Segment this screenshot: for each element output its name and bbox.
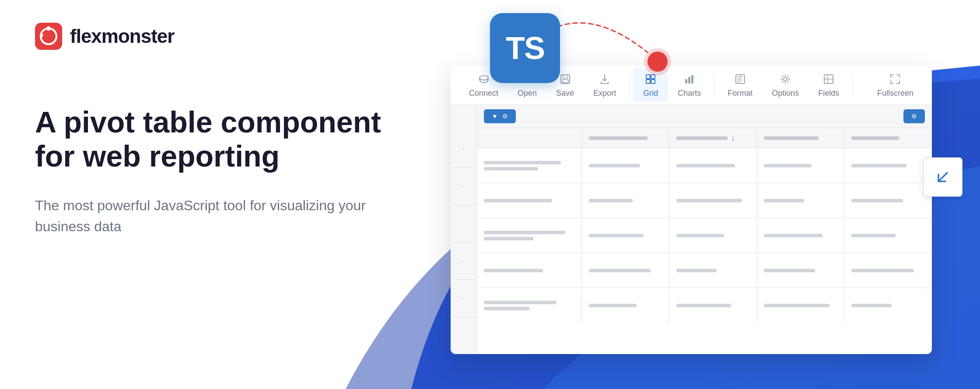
format-label: Format [728, 89, 752, 98]
fields-label: Fields [818, 89, 839, 98]
svg-rect-17 [736, 75, 745, 83]
fields-icon [822, 72, 836, 86]
hero-title-line1: A pivot table component [35, 105, 381, 139]
fullscreen-icon [888, 72, 902, 86]
col-settings-icon: ⚙ [911, 113, 917, 120]
toolbar-charts-button[interactable]: Charts [668, 68, 710, 102]
toolbar-fields-button[interactable]: Fields [808, 68, 849, 102]
header-cell-1 [582, 128, 669, 148]
settings-icon: ⚙ [502, 113, 508, 120]
header-cell-2: ↓ [669, 128, 757, 148]
pivot-content: · · · · · · ▼ ⚙ [451, 105, 932, 354]
format-icon [733, 72, 747, 86]
ts-badge-text: TS [506, 30, 544, 66]
data-row-2 [477, 183, 932, 218]
corner-arrow-icon[interactable] [923, 157, 962, 197]
data-row-5 [477, 288, 932, 323]
charts-icon [682, 72, 696, 86]
logo-text: flexmonster [70, 25, 174, 47]
data-row-1 [477, 148, 932, 183]
hero-subtitle: The most powerful JavaScript tool for vi… [35, 195, 381, 237]
red-dot-indicator [648, 52, 668, 72]
connect-icon [477, 72, 491, 86]
options-icon [778, 72, 792, 86]
svg-rect-14 [685, 79, 687, 83]
svg-point-18 [784, 77, 787, 81]
pivot-sidebar: · · · · · · [451, 105, 477, 354]
row-filter-chip[interactable]: ▼ ⚙ [484, 109, 516, 123]
hero-subtitle-line1: The most powerful JavaScript tool for vi… [35, 198, 366, 213]
svg-rect-15 [688, 77, 690, 83]
toolbar-format-button[interactable]: Format [718, 68, 762, 102]
svg-point-4 [480, 76, 488, 80]
filter-icon: ▼ [492, 113, 498, 120]
toolbar-divider-3 [852, 74, 853, 96]
svg-rect-16 [691, 75, 693, 83]
toolbar-fullscreen-button[interactable]: Fullscreen [868, 68, 923, 102]
hero-section: A pivot table component for web reportin… [35, 105, 381, 237]
mockup-area: TS Connect [402, 0, 980, 389]
fullscreen-label: Fullscreen [877, 89, 914, 98]
data-row-4 [477, 253, 932, 288]
typescript-badge: TS [490, 13, 560, 83]
logo-icon [35, 23, 62, 50]
header-cell-3 [757, 128, 844, 148]
toolbar-options-button[interactable]: Options [762, 68, 808, 102]
toolbar-divider-2 [714, 74, 714, 96]
charts-label: Charts [678, 89, 701, 98]
header-cell-0 [477, 128, 582, 148]
header-cell-4 [844, 128, 932, 148]
options-label: Options [772, 89, 799, 98]
pivot-table-panel: Connect Open [451, 66, 932, 354]
data-grid: ↓ [477, 128, 932, 354]
pivot-grid: ▼ ⚙ ⚙ [477, 105, 932, 354]
sort-arrow: ↓ [731, 133, 735, 142]
hero-subtitle-line2: business data [35, 219, 121, 234]
col-filter-chip[interactable]: ⚙ [903, 109, 925, 123]
header: flexmonster [35, 23, 174, 50]
hero-title-line2: for web reporting [35, 139, 280, 173]
data-row-3 [477, 218, 932, 253]
hero-title: A pivot table component for web reportin… [35, 105, 381, 173]
